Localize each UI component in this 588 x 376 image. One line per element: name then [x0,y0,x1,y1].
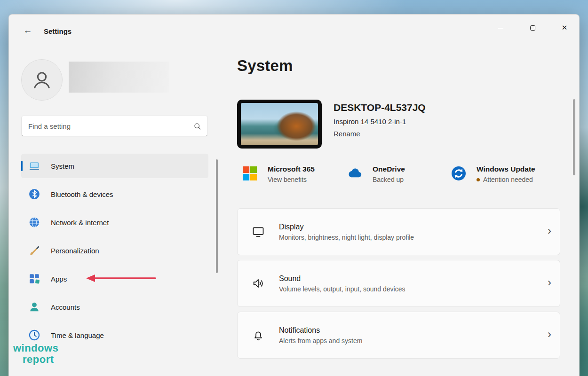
watermark-line2: report [23,354,58,365]
annotation-arrow [85,273,156,283]
apps-icon [28,273,40,285]
windows-update-icon [450,165,467,182]
sidebar-nav: System Bluetooth & devices Network & int… [21,154,208,351]
card-subtitle: Monitors, brightness, night light, displ… [279,234,414,241]
close-button[interactable]: ✕ [554,19,575,36]
settings-window: ← Settings ✕ System [8,14,580,376]
sidebar-item-label: Time & language [51,331,104,339]
chevron-right-icon: › [548,277,551,290]
sidebar-item-bluetooth-devices[interactable]: Bluetooth & devices [21,182,208,206]
back-icon: ← [24,25,32,36]
maximize-button[interactable] [522,19,543,36]
sidebar-item-label: Network & internet [51,219,109,227]
chevron-right-icon: › [548,225,551,238]
card-title: Display [279,223,414,231]
onedrive-icon [346,165,363,182]
selection-indicator [21,161,23,171]
bluetooth-icon [28,188,40,200]
sidebar-item-personalization[interactable]: Personalization [21,238,208,263]
card-title: Notifications [279,326,362,335]
search-icon[interactable] [193,122,202,131]
main-scrollbar[interactable] [573,99,575,175]
status-title: Microsoft 365 [268,165,315,173]
microsoft-365-icon [241,165,258,182]
status-onedrive[interactable]: OneDrive Backed up [346,165,405,183]
sidebar-item-accounts[interactable]: Accounts [21,295,208,319]
bell-icon [252,329,265,342]
sidebar-item-label: Personalization [51,247,99,255]
card-subtitle: Alerts from apps and system [279,337,362,345]
search-input[interactable] [28,122,193,130]
back-button[interactable]: ← [19,23,36,38]
status-subtitle[interactable]: View benefits [268,176,315,183]
system-icon [28,160,40,172]
user-name-redacted [69,62,169,93]
card-subtitle: Volume levels, output, input, sound devi… [279,285,405,293]
sidebar-item-system[interactable]: System [21,154,208,178]
card-title: Sound [279,274,405,283]
sidebar-item-network-internet[interactable]: Network & internet [21,210,208,235]
clock-icon [28,329,40,341]
status-subtitle: Attention needed [477,176,535,183]
rename-button[interactable]: Rename [334,130,360,138]
display-icon [252,225,265,238]
status-windows-update[interactable]: Windows Update Attention needed [450,165,535,183]
minimize-button[interactable] [490,19,511,36]
device-info: DESKTOP-4L537JQ Inspiron 14 5410 2-in-1 … [334,102,426,138]
window-title: Settings [44,27,72,35]
settings-card-notifications[interactable]: Notifications Alerts from apps and syste… [237,312,560,359]
sidebar-item-label: Apps [51,275,67,283]
status-microsoft-365[interactable]: Microsoft 365 View benefits [241,165,315,183]
device-thumbnail [237,100,322,149]
watermark-line1: windows [13,343,58,354]
status-title: Windows Update [477,165,535,173]
personalization-brush-icon [28,244,40,257]
maximize-icon [530,25,535,31]
settings-card-display[interactable]: Display Monitors, brightness, night ligh… [237,208,560,255]
sidebar-scrollbar[interactable] [216,159,218,273]
status-subtitle: Backed up [373,176,405,183]
device-model: Inspiron 14 5410 2-in-1 [334,118,426,125]
window-controls: ✕ [490,19,575,36]
attention-dot [477,178,480,181]
device-name: DESKTOP-4L537JQ [334,102,426,113]
sidebar-item-label: Accounts [51,303,80,311]
network-globe-icon [28,216,40,228]
page-title: System [237,57,293,75]
sidebar-item-label: System [51,162,74,170]
sidebar-item-label: Bluetooth & devices [51,190,113,198]
minimize-icon [498,28,503,28]
chevron-right-icon: › [548,329,551,342]
watermark: windows report [13,343,58,365]
user-avatar[interactable] [21,59,63,101]
status-title: OneDrive [373,165,405,173]
search-box [21,116,208,136]
sound-icon [252,277,265,290]
device-wallpaper [241,103,318,145]
close-icon: ✕ [562,24,568,32]
settings-card-sound[interactable]: Sound Volume levels, output, input, soun… [237,260,560,307]
person-icon [30,68,54,92]
accounts-person-icon [28,301,40,313]
